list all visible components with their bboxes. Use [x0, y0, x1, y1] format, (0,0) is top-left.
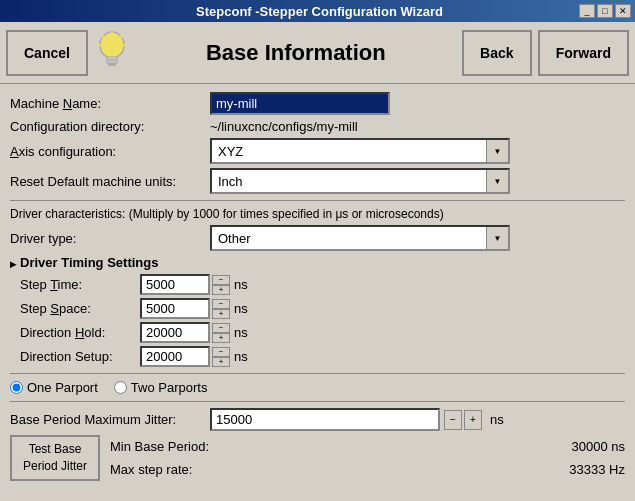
svg-point-0: [100, 32, 124, 58]
axis-label: Axis configuration:: [10, 144, 210, 159]
dir-setup-dec-button[interactable]: −: [212, 347, 230, 357]
max-step-label: Max step rate:: [110, 462, 192, 477]
timing-collapse-icon[interactable]: [10, 255, 16, 270]
jitter-row: Base Period Maximum Jitter: − + ns: [10, 408, 625, 431]
svg-rect-2: [107, 60, 117, 63]
min-max-info: Min Base Period: Max step rate:: [110, 435, 209, 482]
machine-name-input[interactable]: [210, 92, 390, 115]
dir-hold-input[interactable]: [140, 322, 210, 343]
driver-type-value: Other: [212, 229, 486, 248]
jitter-dec-button[interactable]: −: [444, 410, 462, 430]
separator-2: [10, 373, 625, 374]
dir-hold-spinners: − +: [212, 323, 230, 343]
lightbulb-icon: [94, 30, 130, 76]
cancel-button[interactable]: Cancel: [6, 30, 88, 76]
back-button[interactable]: Back: [462, 30, 532, 76]
axis-dropdown-value: XYZ: [212, 142, 486, 161]
config-dir-label: Configuration directory:: [10, 119, 210, 134]
step-time-label: Step Time:: [20, 277, 140, 292]
window-title: Stepconf -Stepper Configuration Wizard: [60, 4, 579, 19]
jitter-spinners: − +: [444, 410, 482, 430]
step-time-spinners: − +: [212, 275, 230, 295]
driver-type-dropdown-button[interactable]: [486, 227, 508, 249]
step-time-unit: ns: [234, 277, 248, 292]
two-parport-radio[interactable]: [114, 381, 127, 394]
toolbar: Cancel Base Information Back Forward: [0, 22, 635, 84]
forward-button[interactable]: Forward: [538, 30, 629, 76]
test-btn-line2: Period Jitter: [23, 459, 87, 473]
jitter-ns-label: ns: [490, 412, 504, 427]
minimize-button[interactable]: _: [579, 4, 595, 18]
units-label: Reset Default machine units:: [10, 174, 210, 189]
units-row: Reset Default machine units: Inch: [10, 168, 625, 194]
driver-info: Driver characteristics: (Multiply by 100…: [10, 207, 625, 221]
max-step-value: 33333 Hz: [569, 462, 625, 477]
step-space-unit: ns: [234, 301, 248, 316]
dir-hold-row: Direction Hold: − + ns: [20, 322, 625, 343]
one-parport-label[interactable]: One Parport: [10, 380, 98, 395]
units-dropdown-value: Inch: [212, 172, 486, 191]
driver-type-row: Driver type: Other: [10, 225, 625, 251]
parport-row: One Parport Two Parports: [10, 380, 625, 395]
timing-title: Driver Timing Settings: [20, 255, 158, 270]
dir-setup-input[interactable]: [140, 346, 210, 367]
min-period-value: 30000 ns: [572, 439, 626, 454]
jitter-label: Base Period Maximum Jitter:: [10, 412, 210, 427]
jitter-input[interactable]: [210, 408, 440, 431]
two-parport-text: Two Parports: [131, 380, 208, 395]
step-time-input[interactable]: [140, 274, 210, 295]
driver-type-label: Driver type:: [10, 231, 210, 246]
main-content: Machine Name: Configuration directory: ~…: [0, 84, 635, 490]
machine-name-label: Machine Name:: [10, 96, 210, 111]
separator-3: [10, 401, 625, 402]
dir-setup-spinners: − +: [212, 347, 230, 367]
machine-name-row: Machine Name:: [10, 92, 625, 115]
config-dir-value: ~/linuxcnc/configs/my-mill: [210, 119, 358, 134]
jitter-input-wrap: − + ns: [210, 408, 504, 431]
step-space-row: Step Space: − + ns: [20, 298, 625, 319]
axis-config-row: Axis configuration: XYZ: [10, 138, 625, 164]
step-space-label: Step Space:: [20, 301, 140, 316]
dir-setup-label: Direction Setup:: [20, 349, 140, 364]
jitter-inc-button[interactable]: +: [464, 410, 482, 430]
units-dropdown[interactable]: Inch: [210, 168, 510, 194]
step-time-inc-button[interactable]: +: [212, 285, 230, 295]
test-jitter-button[interactable]: Test Base Period Jitter: [10, 435, 100, 481]
timing-header: Driver Timing Settings: [10, 255, 625, 270]
min-max-values: 30000 ns 33333 Hz: [569, 435, 625, 482]
step-space-dec-button[interactable]: −: [212, 299, 230, 309]
axis-dropdown[interactable]: XYZ: [210, 138, 510, 164]
maximize-button[interactable]: □: [597, 4, 613, 18]
close-button[interactable]: ✕: [615, 4, 631, 18]
driver-type-dropdown[interactable]: Other: [210, 225, 510, 251]
two-parport-label[interactable]: Two Parports: [114, 380, 208, 395]
units-dropdown-button[interactable]: [486, 170, 508, 192]
separator-1: [10, 200, 625, 201]
step-space-spinners: − +: [212, 299, 230, 319]
dir-setup-unit: ns: [234, 349, 248, 364]
one-parport-text: One Parport: [27, 380, 98, 395]
dir-hold-dec-button[interactable]: −: [212, 323, 230, 333]
axis-dropdown-button[interactable]: [486, 140, 508, 162]
step-space-inc-button[interactable]: +: [212, 309, 230, 319]
svg-rect-3: [108, 63, 116, 66]
bottom-row: Test Base Period Jitter Min Base Period:…: [10, 435, 625, 482]
dir-setup-inc-button[interactable]: +: [212, 357, 230, 367]
min-period-label: Min Base Period:: [110, 439, 209, 454]
dir-hold-inc-button[interactable]: +: [212, 333, 230, 343]
title-bar: Stepconf -Stepper Configuration Wizard _…: [0, 0, 635, 22]
step-space-input[interactable]: [140, 298, 210, 319]
page-title: Base Information: [136, 40, 456, 66]
test-btn-line1: Test Base: [29, 442, 82, 456]
dir-setup-row: Direction Setup: − + ns: [20, 346, 625, 367]
step-time-row: Step Time: − + ns: [20, 274, 625, 295]
dir-hold-label: Direction Hold:: [20, 325, 140, 340]
one-parport-radio[interactable]: [10, 381, 23, 394]
dir-hold-unit: ns: [234, 325, 248, 340]
config-dir-row: Configuration directory: ~/linuxcnc/conf…: [10, 119, 625, 134]
step-time-dec-button[interactable]: −: [212, 275, 230, 285]
